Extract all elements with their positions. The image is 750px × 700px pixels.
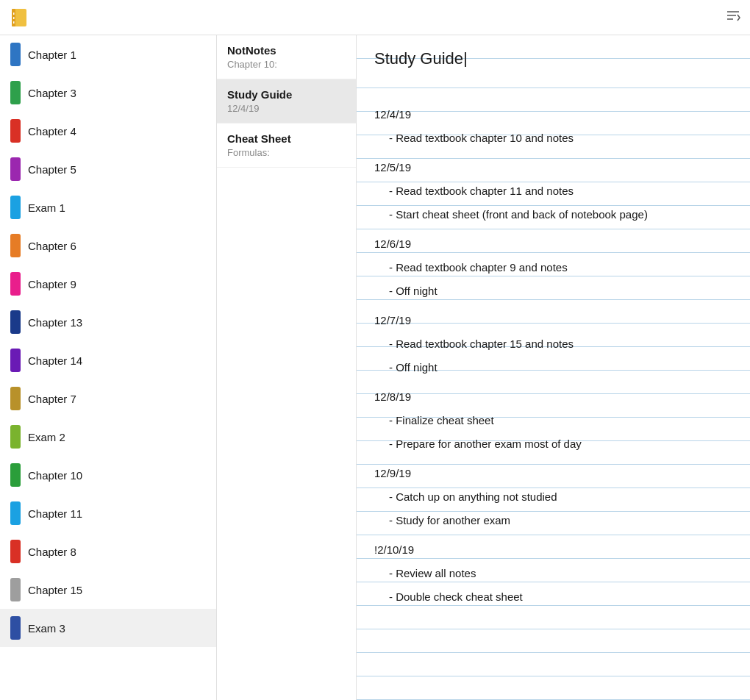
section-item: Double check cheat sheet	[374, 585, 732, 609]
notes-panel: NotNotes Chapter 10: Study Guide 12/4/19…	[217, 35, 357, 700]
sidebar-item-chapter7[interactable]: Chapter 7	[0, 379, 216, 418]
sidebar-item-label: Chapter 11	[28, 507, 82, 520]
svg-rect-3	[13, 17, 15, 19]
sidebar: Chapter 1 Chapter 3 Chapter 4 Chapter 5 …	[0, 35, 217, 700]
note-item-notnotes[interactable]: NotNotes Chapter 10:	[217, 35, 356, 79]
tab-icon-exam3	[10, 616, 21, 640]
header-left	[9, 7, 41, 28]
tab-icon-chapter14	[10, 349, 21, 372]
tab-icon-chapter1	[10, 43, 21, 66]
sidebar-item-label: Chapter 8	[28, 546, 76, 558]
svg-rect-2	[13, 12, 15, 15]
note-title: Cheat Sheet	[227, 132, 346, 145]
tab-icon-chapter15	[10, 578, 21, 601]
sidebar-item-label: Exam 2	[28, 431, 65, 443]
sidebar-item-chapter5[interactable]: Chapter 5	[0, 150, 216, 188]
section-date: 12/4/19	[374, 103, 732, 126]
sidebar-item-label: Chapter 7	[28, 393, 76, 405]
section-date: 12/8/19	[374, 385, 732, 409]
sidebar-item-chapter14[interactable]: Chapter 14	[0, 341, 216, 379]
section-item: Read textbook chapter 10 and notes	[374, 126, 732, 150]
note-subtitle: Formulas:	[227, 147, 346, 158]
section-item: Start cheat sheet (front and back of not…	[374, 203, 732, 226]
section-item: Off night	[374, 279, 732, 303]
sidebar-item-label: Chapter 13	[28, 316, 82, 329]
note-item-studyguide[interactable]: Study Guide 12/4/19	[217, 79, 356, 124]
content-section: 12/4/19Read textbook chapter 10 and note…	[374, 103, 732, 150]
content-area: Study Guide 12/4/19Read textbook chapter…	[357, 35, 750, 700]
notebook-icon	[9, 7, 29, 28]
sidebar-item-chapter13[interactable]: Chapter 13	[0, 303, 216, 341]
note-item-cheatsheet[interactable]: Cheat Sheet Formulas:	[217, 124, 356, 168]
sidebar-item-label: Chapter 4	[28, 125, 76, 138]
tab-icon-exam1	[10, 196, 21, 219]
content-inner: Study Guide 12/4/19Read textbook chapter…	[357, 35, 750, 700]
section-item: Study for another exam	[374, 509, 732, 532]
sidebar-item-chapter8[interactable]: Chapter 8	[0, 532, 216, 571]
tab-icon-chapter9	[10, 272, 21, 296]
note-title: Study Guide	[227, 88, 346, 101]
sort-icon[interactable]	[725, 7, 741, 27]
header	[0, 0, 750, 35]
sidebar-item-exam1[interactable]: Exam 1	[0, 188, 216, 226]
section-item: Read textbook chapter 11 and notes	[374, 179, 732, 203]
sidebar-item-chapter9[interactable]: Chapter 9	[0, 265, 216, 303]
note-subtitle: 12/4/19	[227, 103, 346, 114]
sidebar-item-chapter3[interactable]: Chapter 3	[0, 74, 216, 112]
tab-icon-chapter4	[10, 119, 21, 143]
sidebar-item-exam3[interactable]: Exam 3	[0, 609, 216, 647]
sidebar-item-chapter6[interactable]: Chapter 6	[0, 226, 216, 265]
content-title: Study Guide	[374, 47, 732, 71]
cursor	[465, 52, 466, 67]
content-section: 12/8/19Finalize cheat sheetPrepare for a…	[374, 385, 732, 456]
svg-rect-4	[13, 21, 15, 24]
tab-icon-exam2	[10, 425, 21, 449]
section-date: 12/7/19	[374, 309, 732, 332]
tab-icon-chapter11	[10, 501, 21, 525]
sidebar-item-label: Chapter 15	[28, 584, 82, 596]
content-section: 12/5/19Read textbook chapter 11 and note…	[374, 156, 732, 226]
content-section: !2/10/19Review all notesDouble check che…	[374, 538, 732, 609]
sidebar-item-label: Exam 3	[28, 622, 65, 635]
tab-icon-chapter13	[10, 310, 21, 334]
note-title: NotNotes	[227, 44, 346, 57]
section-item: Off night	[374, 356, 732, 379]
sidebar-item-label: Chapter 3	[28, 87, 76, 99]
sidebar-item-chapter10[interactable]: Chapter 10	[0, 456, 216, 494]
tab-icon-chapter6	[10, 234, 21, 257]
sidebar-item-label: Chapter 5	[28, 163, 76, 176]
tab-icon-chapter10	[10, 463, 21, 487]
sidebar-item-label: Chapter 9	[28, 278, 76, 290]
tab-icon-chapter3	[10, 81, 21, 104]
content-section: 12/6/19Read textbook chapter 9 and notes…	[374, 232, 732, 303]
section-item: Finalize cheat sheet	[374, 409, 732, 432]
sidebar-item-label: Chapter 10	[28, 469, 82, 482]
section-date: !2/10/19	[374, 538, 732, 562]
sidebar-item-label: Exam 1	[28, 201, 65, 214]
sidebar-item-label: Chapter 1	[28, 49, 76, 61]
sidebar-item-chapter1[interactable]: Chapter 1	[0, 35, 216, 74]
section-item: Prepare for another exam most of day	[374, 432, 732, 456]
sidebar-item-exam2[interactable]: Exam 2	[0, 418, 216, 456]
sidebar-item-chapter11[interactable]: Chapter 11	[0, 494, 216, 532]
section-date: 12/9/19	[374, 462, 732, 485]
tab-icon-chapter8	[10, 540, 21, 563]
main-area: Chapter 1 Chapter 3 Chapter 4 Chapter 5 …	[0, 35, 750, 700]
section-date: 12/6/19	[374, 232, 732, 256]
sidebar-item-chapter15[interactable]: Chapter 15	[0, 571, 216, 609]
sidebar-item-label: Chapter 6	[28, 240, 76, 252]
note-subtitle: Chapter 10:	[227, 59, 346, 70]
tab-icon-chapter5	[10, 157, 21, 181]
content-section: 12/7/19Read textbook chapter 15 and note…	[374, 309, 732, 379]
content-section: 12/9/19Catch up on anything not studiedS…	[374, 462, 732, 532]
section-item: Review all notes	[374, 562, 732, 585]
tab-icon-chapter7	[10, 387, 21, 410]
section-item: Read textbook chapter 15 and notes	[374, 332, 732, 356]
section-item: Read textbook chapter 9 and notes	[374, 256, 732, 279]
section-item: Catch up on anything not studied	[374, 485, 732, 509]
sidebar-item-label: Chapter 14	[28, 354, 82, 367]
section-date: 12/5/19	[374, 156, 732, 179]
sidebar-item-chapter4[interactable]: Chapter 4	[0, 112, 216, 150]
